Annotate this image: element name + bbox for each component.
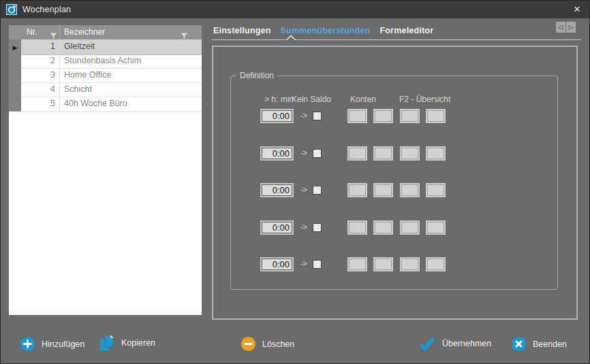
footer-button-label: Beenden (533, 340, 567, 349)
column-header-kein-saldo: Kein Saldo (292, 95, 331, 104)
konten-input-1[interactable] (347, 220, 367, 235)
plan-list-panel: Nr. Bezeichner ▶1Gleitzeit2Stundenbasis … (9, 25, 202, 315)
kopieren-button[interactable]: Kopieren (98, 334, 155, 352)
row-selector-cell (9, 68, 21, 83)
konten-input-1[interactable] (347, 183, 367, 197)
definition-groupbox: Definition > h: min Kein Saldo Konten F2… (230, 76, 558, 290)
row-number: 1 (21, 39, 60, 55)
konten-input-2[interactable] (373, 109, 393, 123)
kein-saldo-checkbox[interactable] (313, 260, 322, 269)
row-number: 2 (21, 54, 60, 69)
column-header-f2-uebersicht: F2 - Übersicht (399, 95, 450, 104)
row-number: 4 (21, 82, 60, 97)
x-circle-icon (511, 336, 527, 352)
konten-input-2[interactable] (373, 257, 393, 271)
row-selector-cell (9, 82, 21, 97)
f2-input-2[interactable] (426, 220, 446, 235)
f2-input-1[interactable] (400, 220, 420, 235)
selected-row-arrow-icon: ▶ (13, 44, 18, 51)
row-number: 3 (21, 68, 60, 83)
hmin-input[interactable]: 0:00 (260, 220, 294, 235)
footer-button-label: Hinzufügen (42, 340, 84, 349)
tab-underline (212, 39, 581, 40)
title-bar: Wochenplan ✕ (1, 1, 589, 18)
table-row[interactable]: 3Home Office (9, 68, 202, 82)
row-selector-cell (9, 97, 21, 112)
beenden-button[interactable]: Beenden (511, 336, 567, 352)
arrow-label: -> (300, 259, 307, 269)
kein-saldo-checkbox[interactable] (313, 186, 322, 195)
arrow-label: -> (300, 111, 307, 120)
row-name: Gleitzeit (60, 39, 202, 55)
row-name: Home Office (60, 68, 202, 83)
definition-row: 0:00-> (231, 109, 557, 124)
definition-group-label: Definition (236, 71, 277, 80)
column-header-konten: Konten (350, 95, 376, 104)
grid-header-bezeichner[interactable]: Bezeichner (60, 25, 202, 39)
wochenplan-window: Wochenplan ✕ Nr. Bezeichner ▶1Gleitzeit2… (0, 0, 590, 364)
f2-input-1[interactable] (400, 183, 420, 197)
row-name: Stundenbasis Achim (60, 54, 202, 69)
arrow-label: -> (300, 148, 307, 158)
tab-scroll-right-icon[interactable]: ▷ (566, 22, 576, 33)
konten-input-1[interactable] (347, 109, 367, 123)
hmin-input[interactable]: 0:00 (260, 109, 294, 123)
table-row[interactable]: ▶1Gleitzeit (9, 39, 202, 54)
check-icon (418, 335, 436, 352)
f2-input-2[interactable] (426, 109, 446, 123)
kein-saldo-checkbox[interactable] (313, 223, 322, 232)
kein-saldo-checkbox[interactable] (313, 149, 322, 158)
tab-formeleditor[interactable]: Formeleditor (379, 26, 433, 35)
definition-row: 0:00-> (231, 220, 557, 235)
hmin-input[interactable]: 0:00 (260, 146, 294, 161)
f2-input-1[interactable] (400, 109, 420, 123)
tab-summen-berstunden[interactable]: Summenüberstunden (281, 26, 371, 35)
kein-saldo-checkbox[interactable] (313, 112, 322, 120)
konten-input-1[interactable] (347, 257, 367, 271)
-bernehmen-button[interactable]: Übernehmen (418, 335, 491, 352)
f2-input-2[interactable] (426, 183, 446, 197)
f2-input-2[interactable] (426, 257, 446, 271)
hmin-input[interactable]: 0:00 (260, 183, 294, 197)
f2-input-1[interactable] (400, 257, 420, 271)
f2-input-2[interactable] (426, 146, 446, 161)
tab-scroll-left-icon[interactable]: ◁ (556, 22, 565, 33)
row-selector-cell: ▶ (9, 39, 21, 55)
table-row[interactable]: 4Schicht (9, 82, 202, 97)
arrow-label: -> (300, 222, 307, 232)
grid-header-selector (9, 25, 21, 39)
hmin-input[interactable]: 0:00 (260, 257, 294, 271)
filter-icon[interactable] (181, 29, 188, 35)
konten-input-2[interactable] (373, 220, 393, 235)
grid-header-nr[interactable]: Nr. (21, 25, 60, 39)
copy-icon (98, 334, 115, 352)
definition-row: 0:00-> (231, 183, 557, 198)
grid-header-nr-label: Nr. (27, 27, 37, 37)
filter-icon[interactable] (50, 29, 57, 35)
footer-button-label: Kopieren (121, 338, 155, 348)
row-name: 40h Woche Büro (60, 97, 202, 112)
hinzuf-gen-button[interactable]: Hinzufügen (20, 336, 84, 352)
l-schen-button[interactable]: Löschen (240, 336, 294, 352)
grid-header-bezeichner-label: Bezeichner (64, 27, 105, 37)
table-row[interactable]: 2Stundenbasis Achim (9, 54, 202, 68)
tab-einstellungen[interactable]: Einstellungen (213, 26, 271, 35)
close-icon[interactable]: ✕ (568, 1, 587, 18)
konten-input-1[interactable] (347, 146, 367, 161)
footer-button-label: Löschen (262, 340, 294, 349)
definition-row: 0:00-> (231, 257, 557, 272)
minus-circle-icon (240, 336, 256, 352)
f2-input-1[interactable] (400, 146, 420, 161)
grid-header: Nr. Bezeichner (9, 25, 202, 39)
row-name: Schicht (60, 82, 202, 97)
row-number: 5 (21, 97, 60, 112)
arrow-label: -> (300, 185, 307, 195)
footer-button-label: Übernehmen (442, 339, 491, 348)
konten-input-2[interactable] (373, 183, 393, 197)
konten-input-2[interactable] (373, 146, 393, 161)
table-row[interactable]: 540h Woche Büro (9, 97, 202, 111)
column-header-hmin: > h: min (255, 95, 294, 104)
row-selector-cell (9, 54, 21, 69)
window-title: Wochenplan (22, 1, 71, 18)
tab-strip: EinstellungenSummenüberstundenFormeledit… (213, 26, 433, 35)
